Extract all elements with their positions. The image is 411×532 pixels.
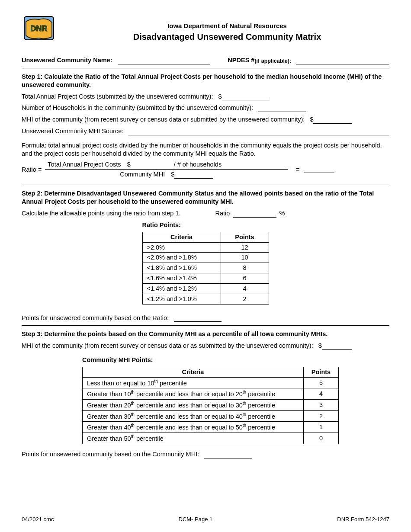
equals-sign: = <box>296 166 299 174</box>
table-row: <2.0% and >1.8%10 <box>142 253 269 263</box>
document-title: Disadvantaged Unsewered Community Matrix <box>65 31 389 42</box>
frac-tapc: Total Annual Project Costs <box>48 160 121 169</box>
community-name-row: Unsewered Community Name: NPDES # (if ap… <box>22 56 389 64</box>
table-row: <1.8% and >1.6%8 <box>142 263 269 273</box>
frac-households: / # of households <box>174 160 222 169</box>
dollar-sign: $ <box>318 342 322 350</box>
dollar-sign: $ <box>171 170 174 179</box>
frac-mhi-field[interactable] <box>174 171 213 179</box>
dollar-sign: $ <box>218 93 222 101</box>
percent-sign: % <box>279 209 285 218</box>
table-row: >2.0%12 <box>142 242 269 253</box>
divider <box>22 325 389 326</box>
step2-heading: Step 2: Determine Disadvantaged Unsewere… <box>22 189 389 206</box>
svg-text:DNR: DNR <box>31 24 48 33</box>
tapc-label: Total Annual Project Costs (submitted by… <box>22 93 213 101</box>
step3-heading: Step 3: Determine the points based on th… <box>22 330 389 338</box>
mhi-points-caption: Community MHI Points: <box>82 356 389 364</box>
dnr-logo: DNR <box>22 13 56 43</box>
table-row: Greater than 10th percentile and less th… <box>83 388 339 400</box>
divider <box>22 68 389 68</box>
table-header-row: Criteria Points <box>83 367 339 377</box>
table-row: Less than or equal to 10th percentile5 <box>83 377 339 388</box>
frac-households-field[interactable] <box>225 161 286 169</box>
ratio-result-field[interactable] <box>304 166 334 173</box>
ratio-equals-label: Ratio = <box>22 166 42 174</box>
table-header-row: Criteria Points <box>142 232 269 242</box>
frac-tapc-field[interactable] <box>131 161 170 169</box>
criteria-header: Criteria <box>83 367 304 377</box>
table-row: Greater than 40th percentile and less th… <box>83 422 339 433</box>
table-row: Greater than 20th percentile and less th… <box>83 400 339 411</box>
mhi-source-field[interactable] <box>128 128 389 135</box>
criteria-header: Criteria <box>142 232 221 242</box>
mhi-field[interactable] <box>313 116 352 124</box>
households-label: Number of Households in the community (s… <box>22 104 253 112</box>
points-header: Points <box>221 232 269 242</box>
formula-description: Formula: total annual project costs divi… <box>22 141 389 158</box>
community-name-field[interactable] <box>118 57 211 64</box>
document-header: DNR Iowa Department of Natural Resources… <box>22 13 389 43</box>
department-name: Iowa Department of Natural Resources <box>65 22 389 30</box>
tapc-field[interactable] <box>222 93 270 100</box>
npdes-note: (if applicable): <box>254 58 291 64</box>
table-row: <1.2% and >1.0%2 <box>142 294 269 304</box>
mhi-points-field[interactable] <box>204 451 252 458</box>
mhi-points-line: Points for unsewered community based on … <box>22 450 199 458</box>
npdes-field[interactable] <box>296 57 389 64</box>
ratio-points-caption: Ratio Points: <box>142 221 269 229</box>
ratio-points-field[interactable] <box>174 314 222 322</box>
table-row: Greater than 50th percentile0 <box>83 433 339 444</box>
households-field[interactable] <box>258 105 306 112</box>
ratio-percent-field[interactable] <box>233 210 276 218</box>
step3-mhi-field[interactable] <box>322 343 352 350</box>
ratio-formula: Ratio = Total Annual Project Costs $ / #… <box>22 160 389 179</box>
table-row: <1.4% and >1.2%4 <box>142 283 269 294</box>
points-header: Points <box>304 367 339 377</box>
mhi-label: MHI of the community (from recent survey… <box>22 115 305 124</box>
dollar-sign: $ <box>310 115 313 124</box>
mhi-source-label: Unsewered Community MHI Source: <box>22 127 123 135</box>
step3-mhi-line: MHI of the community (from recent survey… <box>22 342 313 350</box>
step1-heading: Step 1: Calculate the Ratio of the Total… <box>22 73 389 89</box>
npdes-label: NPDES # <box>228 56 254 64</box>
frac-mhi: Community MHI <box>120 170 165 179</box>
divider <box>22 185 389 185</box>
community-name-label: Unsewered Community Name: <box>22 56 112 64</box>
ratio-points-line: Points for unsewered community based on … <box>22 314 169 322</box>
ratio-label: Ratio <box>215 209 230 218</box>
table-row: <1.6% and >1.4%6 <box>142 273 269 284</box>
step2-calc-line: Calculate the allowable points using the… <box>22 209 181 218</box>
dollar-sign: $ <box>127 160 131 169</box>
table-row: Greater than 30th percentile and less th… <box>83 410 339 422</box>
mhi-points-table: Criteria Points Less than or equal to 10… <box>82 367 339 444</box>
ratio-points-table: Criteria Points >2.0%12 <2.0% and >1.8%1… <box>142 232 269 304</box>
